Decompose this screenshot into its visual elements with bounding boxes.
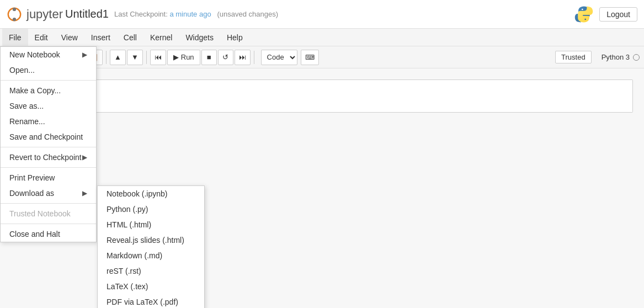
menubar-wrapper: File Edit View Insert Cell Kernel Widget… [0, 29, 644, 46]
dl-rst[interactable]: reST (.rst) [98, 263, 204, 279]
cell-type-select[interactable]: Code [261, 50, 297, 65]
header: jupyter Untitled1 Last Checkpoint: a min… [0, 0, 644, 29]
menu-edit[interactable]: Edit [28, 29, 55, 46]
kernel-label: Python 3 [602, 53, 630, 61]
checkpoint-time: a minute ago [169, 10, 211, 18]
menu-insert[interactable]: Insert [84, 29, 117, 46]
menu-revert-checkpoint[interactable]: Revert to Checkpoint ▶ [1, 150, 96, 165]
menu-download-as[interactable]: Download as ▶ Notebook (.ipynb) Python (… [1, 185, 96, 201]
logout-button[interactable]: Logout [599, 7, 637, 22]
logo-area: jupyter [7, 7, 63, 22]
main-container: jupyter Untitled1 Last Checkpoint: a min… [0, 0, 644, 308]
menu-file[interactable]: File [2, 29, 28, 46]
dl-pdf[interactable]: PDF via LaTeX (.pdf) [98, 294, 204, 308]
move-up-button[interactable]: ▲ [110, 50, 126, 65]
python-logo-icon [574, 4, 594, 24]
dl-markdown[interactable]: Markdown (.md) [98, 248, 204, 263]
new-notebook-arrow-icon: ▶ [82, 51, 87, 59]
keyboard-shortcuts-button[interactable]: ⌨ [301, 50, 319, 65]
notebook-area [0, 68, 644, 129]
dl-latex[interactable]: LaTeX (.tex) [98, 279, 204, 294]
menu-view[interactable]: View [55, 29, 84, 46]
fast-backward-button[interactable]: ⏮ [150, 50, 166, 65]
menu-help[interactable]: Help [220, 29, 249, 46]
menu-rename[interactable]: Rename... [1, 114, 96, 129]
menu-close-halt[interactable]: Close and Halt [1, 226, 96, 242]
restart-button[interactable]: ↺ [218, 50, 233, 65]
menu-trusted-notebook[interactable]: Trusted Notebook [1, 206, 96, 221]
separator-1 [1, 80, 96, 81]
menu-kernel[interactable]: Kernel [143, 29, 179, 46]
notebook-cell[interactable] [11, 79, 633, 113]
checkpoint-info: Last Checkpoint: a minute ago (unsaved c… [114, 10, 278, 18]
menu-make-copy[interactable]: Make a Copy... [1, 83, 96, 98]
menu-cell[interactable]: Cell [117, 29, 143, 46]
dl-html[interactable]: HTML (.html) [98, 217, 204, 232]
dl-notebook[interactable]: Notebook (.ipynb) [98, 186, 204, 201]
toolbar-sep-4 [146, 51, 147, 64]
menu-print-preview[interactable]: Print Preview [1, 170, 96, 185]
dl-reveal[interactable]: Reveal.js slides (.html) [98, 232, 204, 248]
dl-python[interactable]: Python (.py) [98, 201, 204, 217]
jupyter-logo-icon [7, 7, 22, 22]
separator-2 [1, 147, 96, 147]
svg-point-3 [582, 8, 583, 10]
file-menu-dropdown: New Notebook ▶ Open... Make a Copy... Sa… [0, 46, 97, 242]
separator-4 [1, 203, 96, 204]
kernel-circle-icon [633, 54, 640, 61]
checkpoint-label: Last Checkpoint: [114, 10, 168, 18]
trusted-badge[interactable]: Trusted [555, 51, 592, 63]
menu-save-checkpoint[interactable]: Save and Checkpoint [1, 129, 96, 145]
download-as-arrow-icon: ▶ [82, 189, 87, 197]
toolbar: 💾 + ✂ ⎘ 📋 ▲ ▼ ⏮ ▶ Run ■ ↺ ⏭ Code ⌨ Trust… [0, 46, 644, 68]
revert-arrow-icon: ▶ [82, 153, 87, 161]
separator-3 [1, 167, 96, 168]
separator-5 [1, 224, 96, 224]
notebook-title[interactable]: Untitled1 [65, 8, 109, 20]
checkpoint-unsaved: (unsaved changes) [217, 10, 278, 18]
menu-new-notebook[interactable]: New Notebook ▶ [1, 47, 96, 62]
menu-open[interactable]: Open... [1, 62, 96, 78]
menubar: File Edit View Insert Cell Kernel Widget… [0, 29, 644, 46]
svg-point-4 [585, 18, 587, 20]
run-button[interactable]: ▶ Run [167, 50, 200, 65]
svg-point-1 [13, 7, 16, 10]
toolbar-sep-3 [106, 51, 107, 64]
toolbar-sep-5 [254, 51, 254, 64]
move-down-button[interactable]: ▼ [127, 50, 143, 65]
menu-widgets[interactable]: Widgets [179, 29, 220, 46]
menu-save-as[interactable]: Save as... [1, 98, 96, 114]
header-right: Logout [574, 4, 637, 24]
download-submenu: Notebook (.ipynb) Python (.py) HTML (.ht… [97, 185, 205, 308]
restart-run-all-button[interactable]: ⏭ [235, 50, 251, 65]
svg-point-2 [13, 17, 16, 20]
menu-download-as-item[interactable]: Download as ▶ [1, 185, 96, 201]
stop-button[interactable]: ■ [201, 50, 217, 65]
run-icon: ▶ [173, 53, 179, 61]
kernel-indicator: Python 3 [602, 53, 640, 61]
jupyter-text: jupyter [26, 7, 63, 22]
